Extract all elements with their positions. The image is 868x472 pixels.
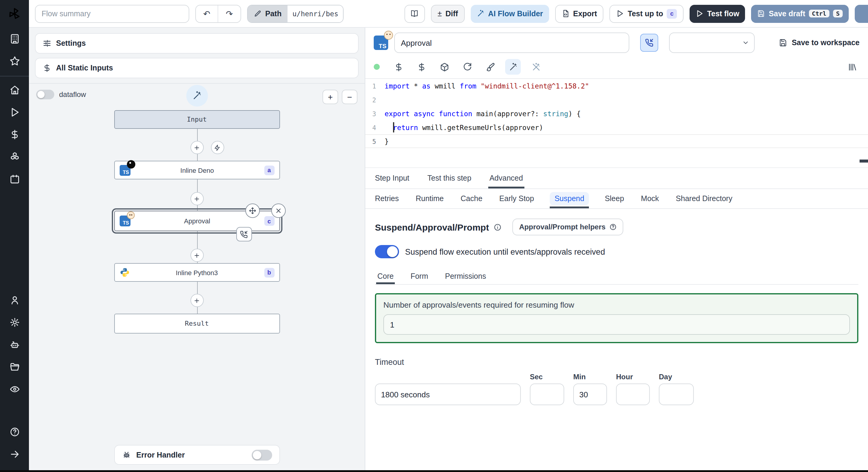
code-line[interactable]: 2 — [365, 93, 868, 107]
code-line[interactable]: 3export async function main(approver?: s… — [365, 107, 868, 121]
favorites-star-icon[interactable] — [9, 56, 20, 66]
diff-button[interactable]: ± Diff — [431, 4, 465, 23]
subtab-runtime[interactable]: Runtime — [414, 189, 445, 208]
save-to-workspace-button[interactable]: Save to workspace — [779, 38, 860, 47]
library-icon[interactable] — [844, 59, 860, 75]
subtab-sleep[interactable]: Sleep — [604, 189, 625, 208]
error-handler-card[interactable]: Error Handler — [114, 445, 280, 465]
audit-eye-icon[interactable] — [9, 384, 20, 394]
move-node-button[interactable] — [245, 203, 259, 218]
app-window: ↶ ↷ Path u/henri/bes ± Diff — [0, 0, 868, 470]
approval-prompt-helpers-button[interactable]: Approval/Prompt helpers — [513, 218, 623, 235]
subtab-mock[interactable]: Mock — [640, 189, 660, 208]
suspend-toggle[interactable] — [375, 245, 399, 258]
docs-button[interactable] — [404, 4, 425, 23]
subtab-early-stop[interactable]: Early Stop — [498, 189, 535, 208]
ai-assistant-wand-icon[interactable] — [505, 59, 521, 75]
flow-node-input[interactable]: Input — [114, 110, 280, 129]
script-version-select[interactable] — [669, 33, 755, 53]
code-line[interactable]: 4 return wmill.getResumeUrls(approver) — [365, 121, 868, 134]
add-step-button[interactable] — [190, 141, 204, 154]
flow-settings-card[interactable]: Settings — [35, 33, 359, 54]
sliders-icon — [43, 39, 51, 47]
test-up-to-button[interactable]: Test up to c — [610, 4, 684, 23]
collapse-arrow-icon[interactable] — [9, 449, 20, 459]
timeout-sec-input[interactable] — [530, 383, 564, 405]
delete-node-button[interactable] — [271, 203, 285, 218]
node-approval-badge: c — [264, 216, 274, 226]
add-step-button[interactable] — [190, 192, 204, 205]
assets-dollar-icon[interactable] — [391, 59, 406, 75]
timeout-min-input[interactable] — [573, 383, 607, 405]
home-icon[interactable] — [9, 85, 20, 95]
subtab-retries[interactable]: Retries — [374, 189, 400, 208]
approval-phone-chip[interactable] — [236, 227, 252, 241]
info-icon[interactable] — [494, 223, 501, 231]
variables-dollar-icon[interactable] — [9, 129, 20, 140]
clipped-button[interactable] — [855, 4, 868, 23]
editor-scrollbar-mark — [860, 160, 868, 163]
zoom-in-button[interactable]: + — [322, 90, 338, 104]
workers-robot-icon[interactable] — [9, 340, 20, 350]
subtab-suspend[interactable]: Suspend — [550, 192, 589, 205]
redo-button[interactable]: ↷ — [218, 5, 241, 22]
ai-flow-builder-button[interactable]: AI Flow Builder — [471, 4, 549, 23]
ai-wand-button[interactable] — [186, 85, 208, 107]
subtab-form[interactable]: Form — [409, 268, 429, 284]
flow-summary-input[interactable] — [35, 4, 189, 23]
sec-unit-label: Sec — [530, 373, 564, 381]
timeout-seconds-input[interactable] — [375, 383, 521, 405]
suspend-settings: Suspend/Approval/Prompt Approval/Prompt … — [365, 209, 868, 470]
wand-off-icon[interactable] — [528, 59, 544, 75]
timeout-day-input[interactable] — [659, 383, 694, 405]
add-step-button[interactable] — [190, 249, 204, 262]
export-button[interactable]: Export — [555, 4, 604, 23]
subtab-permissions[interactable]: Permissions — [444, 268, 487, 284]
variables-dollar-icon[interactable] — [413, 59, 429, 75]
runs-play-icon[interactable] — [9, 107, 20, 117]
test-flow-button[interactable]: Test flow — [689, 4, 745, 23]
tab-advanced[interactable]: Advanced — [488, 168, 524, 189]
format-brush-icon[interactable] — [482, 59, 498, 75]
settings-gear-icon[interactable] — [9, 317, 20, 328]
package-icon[interactable] — [436, 59, 452, 75]
tab-test-this-step[interactable]: Test this step — [426, 168, 472, 189]
approval-phone-button[interactable] — [640, 34, 658, 52]
subtab-shared-directory[interactable]: Shared Directory — [675, 189, 734, 208]
subtab-cache[interactable]: Cache — [459, 189, 484, 208]
subtab-core[interactable]: Core — [376, 268, 395, 284]
error-handler-toggle[interactable] — [251, 449, 272, 460]
users-icon[interactable] — [9, 295, 20, 305]
approvals-required-box: Number of approvals/events required for … — [375, 293, 858, 343]
reload-icon[interactable] — [459, 59, 475, 75]
code-line[interactable]: 1import * as wmill from "windmill-client… — [365, 79, 868, 93]
code-editor[interactable]: 1import * as wmill from "windmill-client… — [365, 79, 868, 168]
resources-boxes-icon[interactable] — [9, 152, 20, 162]
timeout-hour-input[interactable] — [616, 383, 650, 405]
book-open-icon — [411, 10, 418, 18]
add-step-button[interactable] — [190, 294, 204, 307]
flow-node-inline-deno[interactable]: TS Inline Deno a — [114, 161, 280, 179]
help-icon[interactable] — [9, 427, 20, 437]
all-static-inputs-card[interactable]: All Static Inputs — [35, 58, 359, 78]
node-result-label: Result — [119, 320, 274, 328]
dataflow-toggle[interactable] — [36, 90, 54, 99]
add-trigger-button[interactable] — [211, 141, 224, 154]
path-button[interactable]: Path u/henri/bes — [247, 4, 344, 23]
code-line[interactable]: 5} — [365, 134, 868, 148]
windmill-logo-icon[interactable] — [0, 0, 29, 28]
folders-icon[interactable] — [9, 362, 20, 372]
undo-button[interactable]: ↶ — [196, 5, 218, 22]
step-title-input[interactable] — [394, 33, 629, 53]
save-draft-button[interactable]: Save draft Ctrl S — [751, 4, 849, 23]
close-x-icon — [275, 207, 282, 214]
flow-node-result[interactable]: Result — [114, 314, 280, 334]
path-value[interactable]: u/henri/bes — [287, 5, 343, 22]
workspace-icon[interactable] — [9, 34, 20, 44]
flow-node-inline-python[interactable]: Inline Python3 b — [114, 263, 280, 282]
schedules-calendar-icon[interactable] — [9, 174, 20, 184]
flow-graph-canvas[interactable]: dataflow + − Input — [29, 84, 365, 470]
tab-step-input[interactable]: Step Input — [374, 168, 410, 189]
zoom-out-button[interactable]: − — [342, 90, 358, 104]
approvals-required-input[interactable] — [383, 314, 850, 335]
